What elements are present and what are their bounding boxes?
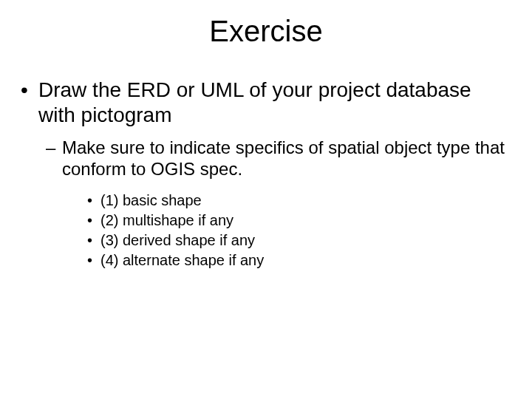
bullet-level-1: •Draw the ERD or UML of your project dat… <box>21 78 510 127</box>
dash-icon: – <box>46 137 62 159</box>
bullet-level-2-text: Make sure to indicate specifics of spati… <box>62 137 507 180</box>
bullet-dot-icon: • <box>87 250 100 270</box>
bullet-level-3-text: (4) alternate shape if any <box>100 250 507 270</box>
bullet-dot-icon: • <box>87 211 100 231</box>
bullet-level-3-text: (1) basic shape <box>100 191 507 211</box>
bullet-level-3-item: •(2) multishape if any <box>87 211 510 231</box>
bullet-dot-icon: • <box>87 231 100 250</box>
bullet-level-3-item: •(4) alternate shape if any <box>87 250 510 270</box>
slide-title: Exercise <box>0 15 532 48</box>
bullet-dot-icon: • <box>87 191 100 211</box>
bullet-dot-icon: • <box>21 78 38 103</box>
bullet-level-1-text: Draw the ERD or UML of your project data… <box>38 78 507 127</box>
bullet-level-3-item: •(1) basic shape <box>87 191 510 211</box>
bullet-level-3-text: (3) derived shape if any <box>100 231 507 250</box>
bullet-level-3-text: (2) multishape if any <box>100 211 507 231</box>
bullet-level-2: –Make sure to indicate specifics of spat… <box>46 137 510 180</box>
bullet-level-3-item: •(3) derived shape if any <box>87 231 510 250</box>
